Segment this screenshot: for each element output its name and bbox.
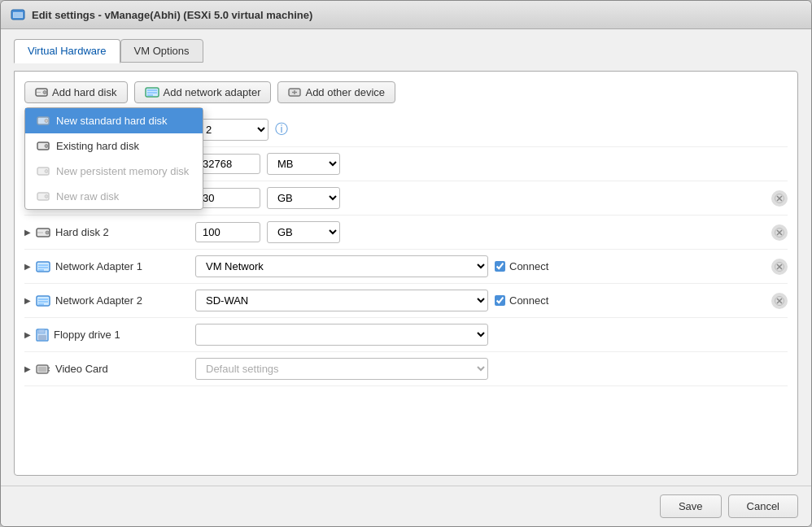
video-settings-select[interactable]: Default settings xyxy=(195,358,488,380)
hd2-size-input[interactable] xyxy=(195,222,260,242)
hd2-controls: KB MB GB xyxy=(195,221,788,243)
add-hard-disk-button[interactable]: Add hard disk xyxy=(24,81,128,103)
expand-net2-arrow[interactable]: ▶ xyxy=(24,296,31,305)
dropdown-item-persistent: New persistent memory disk xyxy=(25,159,203,184)
other-device-icon xyxy=(288,87,301,98)
floppy-label: ▶ Floppy drive 1 xyxy=(24,329,187,342)
hd1-mb-input[interactable] xyxy=(195,154,260,174)
net2-connect-checkbox[interactable] xyxy=(495,295,505,306)
svg-point-16 xyxy=(45,145,48,148)
expand-floppy-arrow[interactable]: ▶ xyxy=(24,330,31,339)
net2-remove-button[interactable] xyxy=(771,293,788,309)
floppy-controls xyxy=(195,324,788,346)
net2-connect-label: Connect xyxy=(495,294,548,307)
hd1-info-icon[interactable]: ⓘ xyxy=(275,121,288,138)
expand-net1-arrow[interactable]: ▶ xyxy=(24,262,31,271)
net1-network-select[interactable]: VM Network SD-WAN xyxy=(195,255,488,277)
net2-name: Network Adapter 2 xyxy=(55,294,142,307)
remove-icon xyxy=(775,228,784,237)
net1-connect-text: Connect xyxy=(509,260,548,272)
hd2-name: Hard disk 2 xyxy=(55,226,109,238)
table-row: ▶ Floppy drive 1 xyxy=(24,318,788,352)
svg-point-18 xyxy=(45,170,48,173)
svg-rect-49 xyxy=(38,335,46,340)
hd2-label: ▶ Hard disk 2 xyxy=(24,226,187,238)
hdd-icon-existing xyxy=(37,141,50,151)
cancel-button[interactable]: Cancel xyxy=(728,494,798,518)
table-row: ▶ Hard disk 2 KB MB GB xyxy=(24,216,788,250)
dropdown-item-existing[interactable]: Existing hard disk xyxy=(25,133,203,159)
hdd-icon-raw xyxy=(37,191,50,202)
content-area: Virtual Hardware VM Options Add hard dis… xyxy=(1,29,811,486)
hd1-gb-unit-select[interactable]: KB MB GB xyxy=(267,187,340,209)
net2-controls: VM Network SD-WAN Connect xyxy=(195,290,788,311)
add-hard-disk-dropdown: New standard hard disk Existing hard dis… xyxy=(24,107,203,210)
floppy-icon xyxy=(36,329,49,342)
expand-video-arrow[interactable]: ▶ xyxy=(24,364,31,373)
expand-hd2-arrow[interactable]: ▶ xyxy=(24,228,31,237)
video-card-name: Video Card xyxy=(55,363,108,375)
svg-point-20 xyxy=(45,195,48,198)
video-label: ▶ Video Card xyxy=(24,363,187,375)
net2-connect-text: Connect xyxy=(509,294,548,307)
remove-icon xyxy=(775,194,784,203)
hd2-remove-button[interactable] xyxy=(771,224,788,241)
table-row: ▶ Network Adapter 2 VM Network SD-WAN xyxy=(24,284,788,318)
svg-line-53 xyxy=(48,370,50,371)
hd1-remove-button[interactable] xyxy=(771,190,788,207)
svg-rect-51 xyxy=(38,367,46,372)
dropdown-item-raw: New raw disk xyxy=(25,184,203,209)
add-other-device-button[interactable]: Add other device xyxy=(277,81,395,103)
net1-icon xyxy=(36,261,50,272)
main-window: Edit settings - vManage(Abhi) (ESXi 5.0 … xyxy=(0,0,812,527)
hd1-mb-unit-select[interactable]: KB MB GB xyxy=(267,153,340,175)
hdd-icon-menu xyxy=(37,115,50,126)
net1-connect-checkbox[interactable] xyxy=(495,261,505,272)
hd1-mb-controls: KB MB GB xyxy=(195,153,788,175)
hd1-count-select[interactable]: 2 1 3 4 xyxy=(195,119,268,141)
hd2-unit-select[interactable]: KB MB GB xyxy=(267,221,340,243)
net2-network-select[interactable]: VM Network SD-WAN xyxy=(195,290,488,311)
table-row: ▶ Video Card Default settings xyxy=(24,352,788,386)
table-row: ▶ Network Adapter 1 VM Network SD-WAN xyxy=(24,250,788,284)
svg-point-14 xyxy=(45,120,48,123)
tab-vm-options[interactable]: VM Options xyxy=(120,39,203,63)
hd1-gb-input[interactable] xyxy=(195,188,260,208)
hdd-icon-persistent xyxy=(37,166,50,176)
svg-rect-48 xyxy=(38,329,45,333)
svg-point-28 xyxy=(46,231,49,234)
svg-rect-2 xyxy=(14,13,22,17)
net1-label: ▶ Network Adapter 1 xyxy=(24,260,187,272)
remove-icon xyxy=(775,296,784,306)
dropdown-item-new-standard[interactable]: New standard hard disk xyxy=(25,108,203,133)
add-network-adapter-button[interactable]: Add network adapter xyxy=(134,81,272,103)
hdd-icon xyxy=(35,87,48,98)
net2-icon xyxy=(36,295,50,307)
hdd2-icon xyxy=(36,227,50,238)
video-controls: Default settings xyxy=(195,358,788,380)
hd1-controls: 2 1 3 4 ⓘ xyxy=(195,119,788,141)
net1-remove-button[interactable] xyxy=(771,259,788,275)
net1-connect-label: Connect xyxy=(495,260,548,272)
floppy-drive-select[interactable] xyxy=(195,324,488,346)
net1-controls: VM Network SD-WAN Connect xyxy=(195,255,788,277)
net1-name: Network Adapter 1 xyxy=(55,260,142,272)
hd1-gb-controls: KB MB GB xyxy=(195,187,788,209)
window-icon xyxy=(11,7,25,22)
floppy-name: Floppy drive 1 xyxy=(54,329,120,341)
toolbar: Add hard disk Add network adapter xyxy=(24,81,788,103)
main-panel: Add hard disk Add network adapter xyxy=(14,71,798,476)
window-title: Edit settings - vManage(Abhi) (ESXi 5.0 … xyxy=(32,9,312,21)
tab-bar: Virtual Hardware VM Options xyxy=(14,39,798,63)
save-button[interactable]: Save xyxy=(660,494,722,518)
tab-virtual-hardware[interactable]: Virtual Hardware xyxy=(14,39,120,63)
net-icon xyxy=(145,87,159,98)
title-bar: Edit settings - vManage(Abhi) (ESXi 5.0 … xyxy=(1,1,811,29)
svg-point-4 xyxy=(43,91,46,94)
video-icon xyxy=(36,364,50,375)
svg-line-52 xyxy=(48,368,50,368)
remove-icon xyxy=(775,262,784,272)
net2-label: ▶ Network Adapter 2 xyxy=(24,294,187,307)
footer: Save Cancel xyxy=(1,486,811,526)
